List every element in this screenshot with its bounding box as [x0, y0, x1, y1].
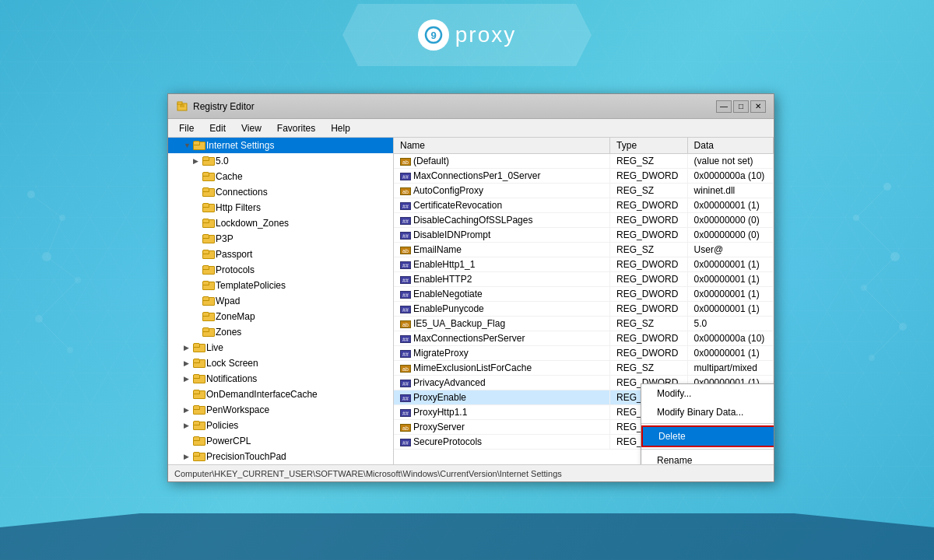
table-row[interactable]: ##EnableNegotiate REG_DWORD 0x00000001 (… [394, 287, 774, 302]
cell-name: ##PrivacyAdvanced [394, 376, 610, 390]
folder-icon [202, 265, 213, 275]
table-row[interactable]: abIE5_UA_Backup_Flag REG_SZ 5.0 [394, 317, 774, 331]
folder-icon [193, 452, 204, 461]
cell-type: REG_DWORD [610, 213, 688, 228]
tree-item-zonemap[interactable]: ZoneMap [168, 309, 393, 324]
tree-item-lock-screen[interactable]: ▶ Lock Screen [168, 355, 393, 371]
cell-data: 0x00000001 (1) [687, 257, 773, 272]
table-row[interactable]: abMimeExclusionListForCache REG_SZ multi… [394, 361, 774, 376]
tree-item-internet-settings[interactable]: ▼ Internet Settings [168, 138, 393, 153]
cell-data: (value not set) [687, 154, 773, 169]
tree-item-precisiontouchpad[interactable]: ▶ PrecisionTouchPad [168, 449, 393, 464]
tree-item-lockdown-zones[interactable]: Lockdown_Zones [168, 215, 393, 231]
svg-line-8 [31, 194, 62, 218]
folder-icon [202, 250, 213, 259]
table-row[interactable]: ##EnableHttp1_1 REG_DWORD 0x00000001 (1) [394, 257, 774, 272]
svg-line-11 [39, 280, 78, 319]
cell-type: REG_DWORD [610, 272, 688, 287]
ctx-modify-binary[interactable]: Modify Binary Data... [641, 403, 774, 422]
cell-name: ##EnableHttp1_1 [394, 257, 610, 272]
tree-item-50[interactable]: ▶ 5.0 [168, 153, 393, 169]
folder-icon [202, 234, 213, 243]
left-decoration [16, 156, 93, 389]
menu-file[interactable]: File [173, 121, 200, 135]
table-row[interactable]: ##EnableHTTP2 REG_DWORD 0x00000001 (1) [394, 272, 774, 287]
tree-item-live[interactable]: ▶ Live [168, 340, 393, 355]
folder-icon [202, 187, 213, 197]
folder-icon [202, 203, 213, 212]
menu-edit[interactable]: Edit [203, 121, 232, 135]
table-row[interactable]: ##DisableIDNPrompt REG_DWORD 0x00000000 … [394, 228, 774, 243]
cell-name: ##DisableCachingOfSSLPages [394, 213, 610, 228]
tree-item-penworkspace[interactable]: ▶ PenWorkspace [168, 402, 393, 418]
minimize-button[interactable]: — [716, 100, 732, 113]
tree-item-zones[interactable]: Zones [168, 324, 393, 340]
col-data: Data [687, 138, 773, 154]
maximize-button[interactable]: □ [733, 100, 749, 113]
title-buttons[interactable]: — □ ✕ [716, 100, 766, 113]
folder-icon [193, 390, 204, 399]
folder-icon [202, 327, 213, 337]
tree-item-p3p[interactable]: P3P [168, 231, 393, 247]
cell-name: ##EnablePunycode [394, 302, 610, 317]
folder-icon [202, 312, 213, 321]
folder-icon [193, 421, 204, 430]
tree-arrow-expanded: ▼ [184, 142, 193, 149]
folder-icon [202, 172, 213, 181]
ctx-rename[interactable]: Rename [641, 451, 774, 464]
tree-item-cache[interactable]: Cache [168, 169, 393, 184]
right-decoration [825, 156, 918, 389]
svg-line-12 [39, 319, 70, 350]
ctx-modify[interactable]: Modify... [641, 384, 774, 403]
table-row[interactable]: abEmailName REG_SZ User@ [394, 243, 774, 257]
cell-name: ##MigrateProxy [394, 346, 610, 361]
cell-data: multipart/mixed [687, 361, 773, 376]
right-panel: Name Type Data ab(Default) REG_SZ (value… [394, 138, 774, 464]
tree-item-powercpl[interactable]: PowerCPL [168, 433, 393, 449]
window-title: Registry Editor [193, 101, 255, 112]
tree-item-protocols[interactable]: Protocols [168, 262, 393, 278]
svg-line-19 [856, 187, 887, 218]
logo-icon: 9 [418, 19, 449, 51]
tree-item-template-policies[interactable]: TemplatePolicies [168, 278, 393, 293]
folder-icon [202, 219, 213, 228]
svg-line-9 [47, 218, 62, 257]
table-row[interactable]: ##MaxConnectionsPer1_0Server REG_DWORD 0… [394, 169, 774, 184]
table-row[interactable]: ab(Default) REG_SZ (value not set) [394, 154, 774, 169]
cell-name: abIE5_UA_Backup_Flag [394, 317, 610, 331]
ctx-delete[interactable]: Delete [641, 425, 774, 447]
table-row[interactable]: ##EnablePunycode REG_DWORD 0x00000001 (1… [394, 302, 774, 317]
proxy-logo: 9 proxy [418, 19, 516, 51]
cell-data: 0x00000000 (0) [687, 213, 773, 228]
menu-bar: File Edit View Favorites Help [168, 119, 774, 138]
menu-favorites[interactable]: Favorites [271, 121, 321, 135]
folder-icon [202, 156, 213, 166]
table-row[interactable]: ##MaxConnectionsPerServer REG_DWORD 0x00… [394, 331, 774, 346]
folder-icon [193, 343, 204, 352]
table-row[interactable]: ##MigrateProxy REG_DWORD 0x00000001 (1) [394, 346, 774, 361]
close-button[interactable]: ✕ [750, 100, 766, 113]
table-row[interactable]: ##DisableCachingOfSSLPages REG_DWORD 0x0… [394, 213, 774, 228]
svg-line-23 [872, 327, 903, 358]
menu-help[interactable]: Help [325, 121, 356, 135]
table-row[interactable]: ##CertificateRevocation REG_DWORD 0x0000… [394, 198, 774, 213]
tree-item-passport[interactable]: Passport [168, 247, 393, 262]
regedit-app-icon [176, 100, 188, 113]
tree-arrow: ▶ [193, 157, 202, 165]
context-menu: Modify... Modify Binary Data... Delete R… [641, 383, 774, 464]
menu-view[interactable]: View [235, 121, 268, 135]
table-row[interactable]: abAutoConfigProxy REG_SZ wininet.dll [394, 184, 774, 198]
tree-item-ondemand[interactable]: OnDemandInterfaceCache [168, 387, 393, 402]
cell-data: 0x00000001 (1) [687, 272, 773, 287]
tree-item-http-filters[interactable]: Http Filters [168, 200, 393, 215]
title-bar: Registry Editor — □ ✕ [168, 94, 774, 119]
tree-item-policies[interactable]: ▶ Policies [168, 418, 393, 433]
cell-name: ##ProxyHttp1.1 [394, 405, 610, 420]
tree-item-wpad[interactable]: Wpad [168, 293, 393, 309]
tree-scroll[interactable]: ▼ Internet Settings ▶ 5.0 Cache [168, 138, 393, 464]
tree-item-connections[interactable]: Connections [168, 184, 393, 200]
cell-type: REG_DWORD [610, 302, 688, 317]
cell-name: ##CertificateRevocation [394, 198, 610, 213]
ctx-separator-2 [641, 449, 774, 450]
tree-item-notifications[interactable]: ▶ Notifications [168, 371, 393, 387]
